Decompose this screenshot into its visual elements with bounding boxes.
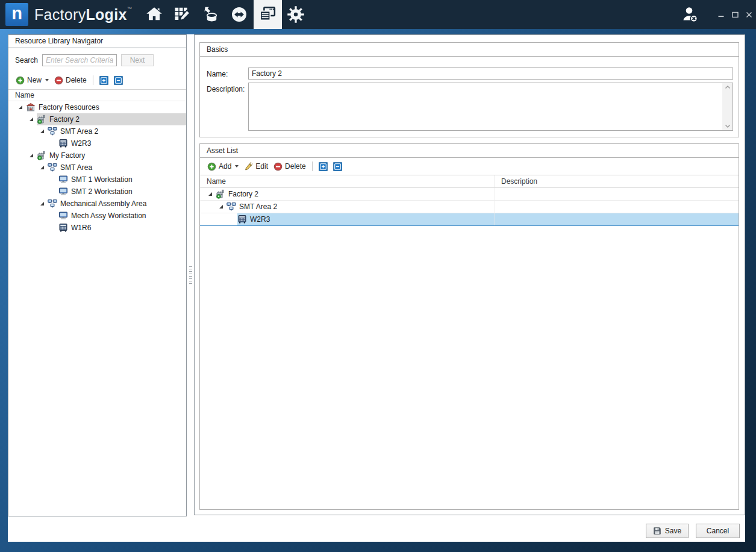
minimize-button[interactable]: [714, 0, 728, 29]
tree-item-smt-area[interactable]: SMT Area: [8, 162, 186, 174]
tree-item-mech-assy-workstation[interactable]: Mech Assy Workstation: [8, 210, 186, 222]
dropdown-caret-icon: [45, 79, 49, 81]
delete-button[interactable]: Delete: [272, 161, 308, 172]
asset-row-label: Factory 2: [228, 190, 258, 198]
asset-row-smt-area-2[interactable]: SMT Area 2: [200, 201, 739, 213]
expander-placeholder: [51, 210, 58, 222]
tree-item-w2r3[interactable]: W2R3: [8, 137, 186, 149]
tree-item-label: W1R6: [71, 224, 91, 232]
expand-all-button[interactable]: [98, 75, 110, 86]
cancel-button-label: Cancel: [707, 527, 729, 535]
asset-row-w2r3[interactable]: W2R3: [200, 213, 739, 226]
edit-button-label: Edit: [255, 162, 268, 171]
expand-all-icon: [99, 76, 108, 85]
toolbar-separator: [312, 162, 313, 171]
nav-home[interactable]: [140, 0, 169, 29]
expander-icon[interactable]: [40, 198, 48, 210]
basics-title: Basics: [200, 43, 739, 57]
tree-item-content: W2R3: [58, 137, 186, 149]
resource-library-icon: [258, 5, 276, 24]
sidebar-toolbar: New Delete: [8, 71, 186, 89]
search-row: Search Next: [8, 48, 186, 71]
tree-item-label: SMT 1 Workstation: [71, 175, 133, 184]
nav-transfer[interactable]: [225, 0, 254, 29]
panel-splitter[interactable]: [187, 34, 194, 516]
asset-list-title: Asset List: [200, 144, 739, 158]
tree-item-smt-area-2[interactable]: SMT Area 2: [8, 125, 186, 137]
expander-icon[interactable]: [30, 113, 37, 125]
tree-item-content: Mechanical Assembly Area: [48, 198, 186, 210]
asset-toolbar: Add Edit Delete: [200, 158, 739, 175]
search-label: Search: [15, 56, 38, 64]
collapse-all-button[interactable]: [331, 161, 344, 172]
factory-icon: [37, 151, 46, 160]
next-button[interactable]: Next: [121, 54, 154, 66]
edit-button[interactable]: Edit: [242, 161, 270, 172]
tree-item-label: SMT Area: [60, 163, 92, 172]
asset-row-factory-2[interactable]: Factory 2: [200, 188, 739, 201]
asset-cell-description: [495, 188, 739, 200]
expander-icon[interactable]: [208, 188, 216, 200]
close-button[interactable]: [742, 0, 756, 29]
factory-icon: [37, 114, 46, 124]
column-header-name[interactable]: Name: [200, 175, 495, 187]
home-icon: [145, 5, 163, 24]
tree-item-factory-resources[interactable]: Factory Resources: [8, 101, 186, 113]
maximize-button[interactable]: [728, 0, 742, 29]
titlebar: n FactoryLogix™: [0, 0, 756, 29]
machine-icon: [58, 223, 68, 233]
name-field[interactable]: [248, 67, 733, 80]
description-field[interactable]: [249, 83, 733, 130]
expander-placeholder: [51, 222, 58, 234]
expander-icon[interactable]: [19, 101, 26, 113]
expander-icon[interactable]: [40, 162, 48, 174]
main-navigation: [140, 0, 310, 29]
nav-settings[interactable]: [282, 0, 310, 29]
add-circle-icon: [16, 76, 25, 85]
scroll-up-icon[interactable]: [725, 85, 731, 89]
scroll-down-icon[interactable]: [725, 124, 731, 128]
asset-cell-name: SMT Area 2: [200, 201, 495, 213]
new-button[interactable]: New: [14, 75, 51, 86]
workstation-icon: [58, 175, 68, 184]
tree-item-label: Mechanical Assembly Area: [60, 199, 146, 208]
tree-item-content: Factory 2: [37, 113, 186, 125]
nav-resource-library[interactable]: [254, 0, 282, 29]
nav-production[interactable]: [169, 0, 197, 29]
save-button[interactable]: Save: [646, 524, 689, 538]
tree-item-smt-1-workstation[interactable]: SMT 1 Workstation: [8, 174, 186, 186]
tree-item-label: W2R3: [71, 139, 91, 148]
expander-icon[interactable]: [30, 149, 37, 162]
tree-item-content: My Factory: [37, 149, 186, 162]
column-header-description[interactable]: Description: [495, 175, 739, 187]
tree-item-smt-2-workstation[interactable]: SMT 2 Workstation: [8, 186, 186, 198]
nav-data-import[interactable]: [197, 0, 225, 29]
machine-icon: [58, 139, 68, 148]
tree-item-my-factory[interactable]: My Factory: [8, 149, 186, 162]
tree-column-header: Name: [8, 89, 186, 101]
expander-placeholder: [230, 213, 237, 225]
area-icon: [48, 199, 57, 209]
user-status-icon[interactable]: [681, 5, 700, 24]
tree-item-label: SMT Area 2: [60, 127, 98, 136]
app-logo: n: [5, 3, 28, 26]
save-button-label: Save: [665, 527, 681, 535]
expander-icon[interactable]: [40, 125, 48, 137]
add-button[interactable]: Add: [205, 161, 240, 172]
building-icon: [26, 102, 36, 112]
delete-button[interactable]: Delete: [52, 75, 89, 86]
tree-item-mechanical-assembly-area[interactable]: Mechanical Assembly Area: [8, 198, 186, 210]
tree-item-w1r6[interactable]: W1R6: [8, 222, 186, 234]
expander-icon[interactable]: [219, 201, 226, 213]
collapse-all-button[interactable]: [112, 75, 125, 86]
asset-cell-name: W2R3: [200, 213, 495, 225]
asset-cell-name: Factory 2: [200, 188, 495, 200]
cancel-button[interactable]: Cancel: [696, 524, 740, 538]
tree-item-factory-2[interactable]: Factory 2: [8, 113, 186, 125]
asset-row-content: W2R3: [237, 213, 495, 225]
description-scrollbar[interactable]: [722, 83, 733, 130]
delete-button-label: Delete: [285, 162, 306, 171]
brand-trademark: ™: [127, 6, 132, 11]
search-input[interactable]: [42, 54, 117, 66]
expand-all-button[interactable]: [317, 161, 330, 172]
